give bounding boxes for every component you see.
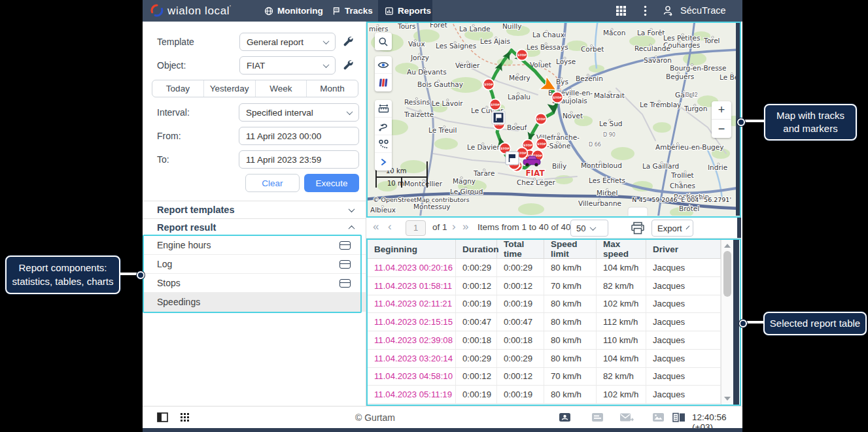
table-cell: 0:00:19 (456, 386, 497, 403)
table-row[interactable]: 11.04.2023 01:58:110:00:120:00:1270 km/h… (368, 277, 721, 295)
route-icon[interactable] (375, 118, 392, 135)
table-row[interactable]: 11.04.2023 00:20:160:00:290:00:2980 km/h… (368, 259, 721, 277)
apps-grid-icon[interactable] (616, 5, 627, 16)
map-place-label: D 90 (603, 132, 616, 138)
map-canvas[interactable]: miersToursForêtLa LandeNuillyLa ChauxMâc… (368, 23, 739, 216)
zoom-in-button[interactable]: + (712, 101, 731, 120)
first-page-button[interactable]: « (373, 220, 379, 233)
toggle-left-panel-icon[interactable] (157, 412, 168, 425)
user-icon[interactable] (662, 5, 674, 16)
beginning-time-link[interactable]: 11.04.2023 01:58:11 (368, 277, 456, 295)
layout-columns-icon[interactable] (672, 412, 686, 425)
report-result-item-speedings[interactable]: Speedings (143, 293, 366, 312)
stop-marker[interactable]: STOP (536, 114, 547, 125)
table-row[interactable]: 11.04.2023 02:39:080:00:180:00:1880 km/h… (368, 331, 721, 350)
beginning-time-link[interactable]: 11.04.2023 00:20:16 (368, 259, 456, 276)
parking-flag-marker[interactable] (492, 111, 505, 124)
chevron-down-icon (323, 38, 330, 44)
wialon-logo-icon[interactable] (150, 4, 164, 17)
report-result-item-log[interactable]: Log (143, 255, 366, 274)
scroll-down-arrow[interactable] (724, 397, 731, 401)
report-result-item-engine-hours[interactable]: Engine hours (143, 236, 366, 255)
export-button[interactable]: Export (651, 220, 693, 237)
visibility-eye-icon[interactable] (375, 56, 392, 74)
apps-dots-icon[interactable] (180, 412, 190, 425)
to-datetime-input[interactable]: 11 April 2023 23:59 (239, 150, 359, 169)
report-result-section-header[interactable]: Report result (143, 218, 366, 236)
table-row[interactable]: 11.04.2023 02:15:150:00:470:00:4780 km/h… (368, 313, 721, 331)
nav-reports[interactable]: Reports (378, 0, 432, 22)
stop-marker[interactable]: STOP (552, 92, 563, 103)
beginning-time-link[interactable]: 11.04.2023 04:58:10 (368, 368, 456, 386)
map-place-label: Brotel (679, 205, 699, 212)
result-item-label: Stops (157, 278, 181, 288)
chevron-up-icon (349, 225, 355, 231)
stop-marker[interactable]: STOP (490, 99, 501, 110)
object-select[interactable]: FIAT (239, 56, 336, 75)
table-cell: 0:00:12 (456, 277, 497, 295)
map-place-label: Bezenin (576, 75, 603, 82)
beginning-time-link[interactable]: 11.04.2023 02:11:21 (368, 295, 456, 313)
table-row[interactable]: 11.04.2023 02:11:210:00:190:00:1980 km/h… (368, 295, 721, 314)
beginning-time-link[interactable]: 11.04.2023 03:20:14 (368, 350, 456, 367)
table-row[interactable]: 11.04.2023 04:58:100:00:120:00:1270 km/h… (368, 368, 721, 386)
last-page-button[interactable]: » (462, 220, 468, 233)
kebab-menu-icon[interactable] (644, 5, 647, 16)
table-cell: Jacques (646, 350, 721, 367)
period-yesterday-button[interactable]: Yesterday (204, 80, 256, 97)
stop-marker[interactable]: STOP (536, 139, 547, 150)
table-row[interactable]: 11.04.2023 05:11:190:00:190:00:1980 km/h… (368, 386, 721, 404)
from-datetime-input[interactable]: 11 April 2023 00:00 (239, 127, 359, 145)
template-select[interactable]: General report (239, 33, 336, 51)
map-layers-icon[interactable] (375, 74, 392, 91)
stop-marker[interactable]: STOP (483, 79, 495, 90)
report-templates-section-header[interactable]: Report templates (143, 201, 366, 218)
clear-button[interactable]: Clear (245, 174, 300, 192)
table-scrollbar[interactable] (721, 240, 733, 405)
map-place-label: Tarare (473, 169, 495, 177)
messages-icon[interactable] (619, 412, 634, 425)
beginning-time-link[interactable]: 11.04.2023 05:11:19 (368, 386, 456, 403)
next-page-button[interactable]: › (452, 220, 456, 233)
svg-text:STOP: STOP (553, 96, 562, 99)
period-month-button[interactable]: Month (307, 80, 358, 97)
template-wrench-icon[interactable] (342, 35, 353, 49)
scroll-up-arrow[interactable] (724, 244, 731, 248)
zoom-out-button[interactable]: − (712, 120, 731, 138)
execute-button[interactable]: Execute (304, 174, 359, 192)
period-today-button[interactable]: Today (152, 80, 204, 97)
parking-flag-marker[interactable] (506, 152, 519, 165)
prev-page-button[interactable]: ‹ (388, 220, 392, 233)
scrollbar-thumb[interactable] (723, 251, 731, 297)
beginning-time-link[interactable]: 11.04.2023 02:15:15 (368, 313, 456, 331)
ruler-icon[interactable] (375, 100, 392, 118)
track-points-icon[interactable] (375, 135, 392, 153)
interval-select[interactable]: Specified interval (239, 103, 359, 122)
table-row[interactable]: 11.04.2023 03:20:140:00:290:00:2980 km/h… (368, 350, 721, 368)
media-icon[interactable] (652, 412, 665, 425)
nav-tracks[interactable]: Tracks (325, 0, 379, 22)
screenshot-canvas: wialon localʼ Monitoring (0, 0, 868, 432)
print-icon[interactable] (631, 222, 645, 237)
table-cell: Jacques (646, 259, 721, 276)
notes-icon[interactable] (591, 412, 604, 425)
expand-panel-icon[interactable] (375, 153, 392, 171)
report-result-item-stops[interactable]: Stops (143, 274, 366, 293)
map-attribution[interactable]: © OpenStreetMap contributors (373, 196, 470, 203)
user-account-name[interactable]: SécuTrace (680, 5, 726, 16)
nav-monitoring[interactable]: Monitoring (258, 0, 330, 22)
period-week-button[interactable]: Week (256, 80, 307, 97)
map-place-label: Le Sud (599, 120, 622, 127)
page-size-select[interactable]: 50 (570, 220, 608, 237)
map-search-icon[interactable] (375, 33, 392, 50)
object-wrench-icon[interactable] (342, 59, 353, 73)
brand-name[interactable]: wialon localʼ (167, 5, 232, 18)
page-number-input[interactable]: 1 (406, 220, 426, 236)
map-panel[interactable]: miersToursForêtLa LandeNuillyLa ChauxMâc… (366, 22, 741, 218)
beginning-time-link[interactable]: 11.04.2023 02:39:08 (368, 331, 456, 349)
operator-notices-icon[interactable] (559, 412, 571, 425)
table-cell: Jacques (646, 331, 721, 349)
table-header-row: BeginningDurationTotal timeSpeed limitMa… (368, 240, 721, 259)
table-cell: Jacques (646, 386, 721, 403)
stop-marker[interactable]: STOP (517, 50, 528, 61)
